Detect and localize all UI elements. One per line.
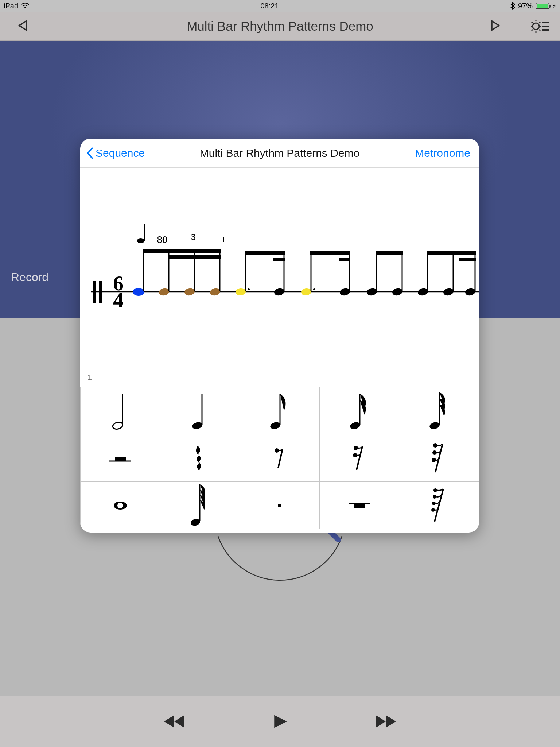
svg-marker-17	[174, 715, 184, 728]
back-button[interactable]	[16, 19, 30, 34]
svg-point-80	[433, 495, 436, 499]
note-12	[443, 287, 454, 296]
status-time: 08:21	[260, 2, 279, 10]
palette-whole-note[interactable]	[80, 482, 160, 529]
time-sig-bottom: 4	[113, 288, 124, 312]
svg-point-74	[190, 518, 201, 526]
settings-button[interactable]	[520, 12, 560, 40]
tuplet-label: 3	[191, 232, 195, 242]
nav-bar: Multi Bar Rhythm Patterns Demo	[0, 12, 560, 41]
palette-quarter-note[interactable]	[160, 387, 240, 434]
svg-point-41	[313, 288, 315, 290]
palette-thirtysecond-note[interactable]	[399, 387, 479, 434]
svg-rect-53	[459, 258, 476, 261]
svg-rect-52	[427, 251, 476, 255]
battery-icon	[536, 3, 549, 9]
svg-rect-44	[310, 251, 350, 255]
bluetooth-icon	[510, 2, 515, 10]
popover-back-button[interactable]: Sequence	[86, 139, 145, 167]
svg-point-60	[349, 421, 361, 430]
note-2	[158, 287, 170, 296]
status-right: 97% ⚡︎	[510, 2, 556, 10]
svg-marker-19	[376, 715, 386, 728]
record-label: Record	[11, 271, 48, 284]
svg-point-21	[137, 238, 144, 243]
svg-point-71	[432, 458, 436, 462]
play-pause-button[interactable]	[265, 711, 295, 732]
svg-rect-40	[273, 258, 285, 261]
svg-point-36	[248, 288, 250, 290]
wifi-icon	[21, 3, 29, 9]
page-indicator: 1	[88, 373, 92, 382]
palette-half-rest[interactable]	[80, 434, 160, 482]
note-7	[301, 287, 312, 296]
palette-sixteenth-rest[interactable]	[320, 434, 400, 482]
forward-button[interactable]	[371, 711, 400, 732]
note-3	[184, 287, 195, 296]
popover-nav: Sequence Multi Bar Rhythm Patterns Demo …	[80, 139, 479, 168]
svg-point-62	[429, 421, 440, 430]
svg-point-70	[432, 450, 437, 455]
palette-sixtyfourth-note[interactable]	[160, 482, 240, 529]
svg-point-3	[533, 23, 539, 30]
svg-point-69	[433, 443, 438, 448]
svg-rect-35	[168, 255, 221, 259]
play-button[interactable]	[489, 19, 502, 34]
note-11	[417, 287, 429, 296]
svg-point-79	[433, 488, 437, 492]
svg-rect-78	[354, 503, 365, 508]
popover-title: Multi Bar Rhythm Patterns Demo	[200, 147, 359, 159]
note-6	[273, 287, 285, 296]
svg-point-81	[432, 502, 436, 505]
svg-point-68	[353, 453, 357, 457]
transport-toolbar	[0, 696, 560, 747]
status-bar: iPad 08:21 97% ⚡︎	[0, 0, 560, 12]
palette-sixtyfourth-rest[interactable]	[399, 482, 479, 529]
note-13	[464, 287, 476, 296]
svg-rect-34	[143, 249, 221, 253]
palette-thirtysecond-rest[interactable]	[399, 434, 479, 482]
note-5	[235, 287, 246, 296]
battery-percent: 97%	[518, 2, 533, 10]
svg-point-66	[275, 448, 279, 453]
note-4	[209, 287, 221, 296]
palette-whole-rest[interactable]	[320, 482, 400, 529]
svg-rect-29	[99, 281, 102, 303]
svg-rect-48	[376, 251, 403, 255]
svg-marker-1	[19, 21, 26, 30]
palette-eighth-note[interactable]	[240, 387, 320, 434]
note-palette	[80, 387, 479, 529]
svg-point-0	[24, 7, 26, 8]
popover-back-label: Sequence	[96, 147, 145, 159]
note-10	[392, 287, 403, 296]
palette-quarter-rest[interactable]	[160, 434, 240, 482]
svg-marker-20	[386, 715, 396, 728]
tempo-text: = 80	[149, 234, 167, 245]
notation-canvas[interactable]: = 80 3 6 4	[80, 168, 479, 387]
page-title: Multi Bar Rhythm Patterns Demo	[187, 19, 373, 34]
device-label: iPad	[4, 2, 18, 10]
rewind-button[interactable]	[160, 711, 189, 732]
svg-line-9	[539, 30, 540, 31]
svg-rect-39	[245, 251, 285, 255]
palette-eighth-rest[interactable]	[240, 434, 320, 482]
svg-line-10	[532, 30, 533, 31]
palette-dot[interactable]	[240, 482, 320, 529]
svg-point-82	[431, 508, 435, 512]
svg-point-56	[192, 421, 203, 430]
svg-marker-2	[492, 21, 499, 30]
metronome-label: Metronome	[415, 147, 470, 159]
status-left: iPad	[4, 2, 29, 10]
svg-line-11	[539, 22, 540, 23]
note-9	[366, 287, 378, 296]
svg-point-58	[269, 421, 281, 430]
charging-icon: ⚡︎	[552, 3, 556, 9]
palette-sixteenth-note[interactable]	[320, 387, 400, 434]
svg-point-67	[354, 446, 358, 450]
metronome-button[interactable]: Metronome	[415, 139, 470, 167]
editor-popover: Sequence Multi Bar Rhythm Patterns Demo …	[80, 139, 479, 533]
svg-rect-45	[339, 258, 350, 261]
palette-half-note[interactable]	[80, 387, 160, 434]
svg-line-8	[532, 22, 533, 23]
svg-marker-18	[274, 715, 287, 728]
